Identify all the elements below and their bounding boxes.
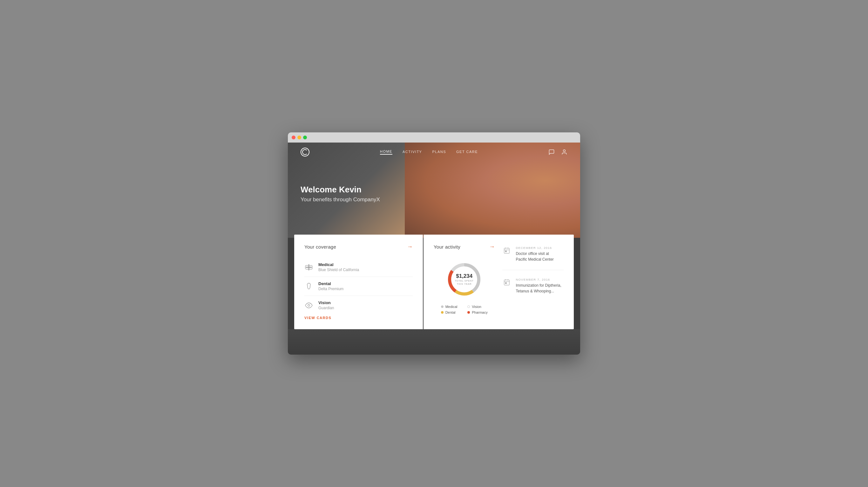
cards-section: Your coverage → xyxy=(294,235,574,329)
nav-link-get-care[interactable]: GET CARE xyxy=(456,150,478,154)
coverage-card: Your coverage → xyxy=(294,235,423,329)
medical-name: Medical xyxy=(318,262,359,267)
account-icon[interactable] xyxy=(561,149,567,155)
svg-rect-3 xyxy=(305,265,312,269)
legend-label-vision: Vision xyxy=(472,305,481,309)
activity-events: DECEMBER 12, 2016 Doctor office visit at… xyxy=(502,244,564,320)
hero-subtitle: Your benefits through CompanyX xyxy=(301,196,380,203)
medical-icon xyxy=(304,263,313,272)
hero-welcome: Welcome Kevin xyxy=(301,185,380,195)
svg-point-0 xyxy=(563,150,565,152)
svg-rect-15 xyxy=(504,280,509,285)
coverage-card-header: Your coverage → xyxy=(304,244,413,250)
legend-label-pharmacy: Pharmacy xyxy=(472,311,488,314)
browser-chrome xyxy=(288,132,580,142)
event-content-1: DECEMBER 12, 2016 Doctor office visit at… xyxy=(516,246,554,262)
donut-label: TOTAL SPENT THIS YEAR xyxy=(455,280,474,286)
activity-card-arrow[interactable]: → xyxy=(489,244,495,250)
svg-rect-10 xyxy=(504,248,509,254)
activity-card-header: Your activity → xyxy=(434,244,495,250)
legend-dot-dental xyxy=(441,311,443,314)
legend-dot-vision xyxy=(467,305,470,308)
activity-chart-section: $1,234 TOTAL SPENT THIS YEAR xyxy=(434,258,495,320)
event-item-2: NOVEMBER 7, 2016 Immunization for Dipthe… xyxy=(502,278,564,294)
event-date-1: DECEMBER 12, 2016 xyxy=(516,246,554,250)
browser-dot-fullscreen[interactable] xyxy=(303,136,307,139)
nav-icons xyxy=(548,149,567,155)
donut-chart: $1,234 TOTAL SPENT THIS YEAR xyxy=(445,260,483,298)
legend-medical: Medical xyxy=(441,305,461,309)
nav-link-plans[interactable]: PLANS xyxy=(432,150,446,154)
event-content-2: NOVEMBER 7, 2016 Immunization for Dipthe… xyxy=(516,278,561,294)
logo[interactable] xyxy=(301,148,309,157)
messages-icon[interactable] xyxy=(548,149,555,155)
app-container: HOME ACTIVITY PLANS GET CARE xyxy=(288,142,580,355)
activity-card: Your activity → xyxy=(424,235,574,329)
legend-dot-medical xyxy=(441,305,443,308)
calendar-icon-2 xyxy=(502,278,511,287)
hero-text: Welcome Kevin Your benefits through Comp… xyxy=(301,185,380,203)
svg-rect-14 xyxy=(505,251,507,252)
logo-icon xyxy=(301,148,309,157)
legend-label-medical: Medical xyxy=(445,305,458,309)
browser-window: HOME ACTIVITY PLANS GET CARE xyxy=(288,132,580,355)
browser-dot-close[interactable] xyxy=(292,136,296,139)
vision-icon xyxy=(304,301,313,310)
view-cards-link[interactable]: VIEW CARDS xyxy=(304,316,331,320)
vision-name: Vision xyxy=(318,300,334,305)
vision-info: Vision Guardian xyxy=(318,300,334,310)
legend-label-dental: Dental xyxy=(445,311,456,314)
coverage-card-arrow[interactable]: → xyxy=(407,244,413,250)
legend-pharmacy: Pharmacy xyxy=(467,311,488,314)
medical-provider: Blue Shield of California xyxy=(318,268,359,272)
event-date-2: NOVEMBER 7, 2016 xyxy=(516,278,561,281)
calendar-icon-1 xyxy=(502,246,511,255)
svg-point-4 xyxy=(308,304,310,306)
browser-dot-minimize[interactable] xyxy=(298,136,301,139)
dental-name: Dental xyxy=(318,281,343,286)
coverage-card-title: Your coverage xyxy=(304,244,336,250)
donut-center: $1,234 TOTAL SPENT THIS YEAR xyxy=(455,273,474,286)
activity-card-title: Your activity xyxy=(434,244,460,250)
event-description-1: Doctor office visit at Pacific Medical C… xyxy=(516,251,554,262)
svg-rect-1 xyxy=(306,267,312,268)
coverage-item-medical[interactable]: Medical Blue Shield of California xyxy=(304,258,413,277)
coverage-item-dental[interactable]: Dental Delta Premium xyxy=(304,277,413,296)
navbar: HOME ACTIVITY PLANS GET CARE xyxy=(288,142,580,162)
nav-link-activity[interactable]: ACTIVITY xyxy=(403,150,422,154)
chart-legend: Medical Vision Dental xyxy=(441,305,488,314)
event-description-2: Immunization for Diptheria, Tetanus & Wh… xyxy=(516,283,561,294)
dental-icon xyxy=(304,282,313,291)
bottom-area xyxy=(288,329,580,355)
event-item-1: DECEMBER 12, 2016 Doctor office visit at… xyxy=(502,246,564,262)
medical-info: Medical Blue Shield of California xyxy=(318,262,359,272)
svg-rect-19 xyxy=(505,283,507,284)
legend-dot-pharmacy xyxy=(467,311,470,314)
nav-links: HOME ACTIVITY PLANS GET CARE xyxy=(380,150,478,155)
hero-section: HOME ACTIVITY PLANS GET CARE xyxy=(288,142,580,238)
coverage-item-vision[interactable]: Vision Guardian xyxy=(304,296,413,315)
dental-provider: Delta Premium xyxy=(318,287,343,291)
dental-info: Dental Delta Premium xyxy=(318,281,343,291)
legend-vision: Vision xyxy=(467,305,488,309)
event-divider xyxy=(502,270,564,270)
coverage-items: Medical Blue Shield of California Denta xyxy=(304,258,413,315)
legend-dental: Dental xyxy=(441,311,461,314)
nav-link-home[interactable]: HOME xyxy=(380,150,392,155)
donut-amount: $1,234 xyxy=(455,273,474,280)
vision-provider: Guardian xyxy=(318,306,334,310)
